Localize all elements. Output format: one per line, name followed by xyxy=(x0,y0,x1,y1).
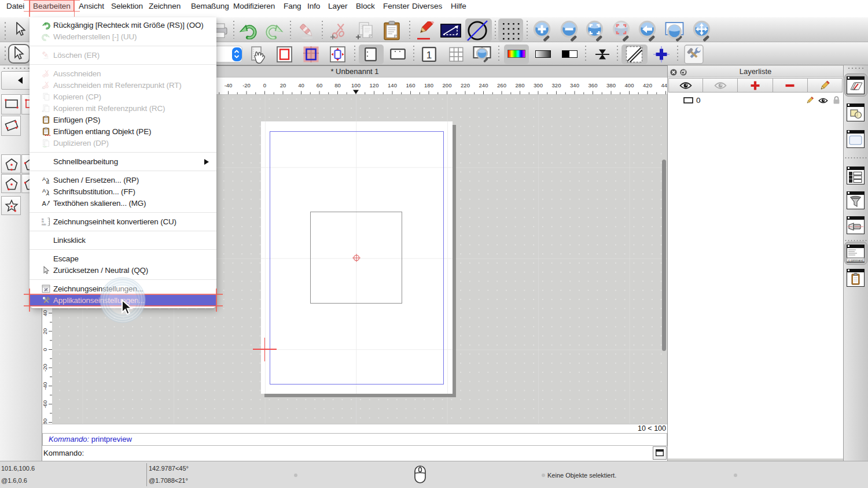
svg-text:120: 120 xyxy=(370,82,379,88)
svg-text:260: 260 xyxy=(497,82,506,88)
svg-text:B: B xyxy=(46,180,49,184)
svg-text:300: 300 xyxy=(534,82,543,88)
svg-text:-40: -40 xyxy=(42,382,48,390)
svg-text:80: 80 xyxy=(334,82,341,88)
svg-text:340: 340 xyxy=(570,82,579,88)
svg-text:1: 1 xyxy=(426,49,432,60)
svg-text:-80: -80 xyxy=(42,418,48,424)
svg-text:100: 100 xyxy=(351,82,361,88)
svg-text:220: 220 xyxy=(461,82,470,88)
svg-text:320: 320 xyxy=(552,82,561,88)
svg-text:-40: -40 xyxy=(225,82,233,88)
svg-text:160: 160 xyxy=(406,82,415,88)
svg-text:A: A xyxy=(42,200,46,207)
svg-text:420: 420 xyxy=(643,82,652,88)
svg-text:200: 200 xyxy=(443,82,452,88)
svg-text:360: 360 xyxy=(589,82,598,88)
svg-text:280: 280 xyxy=(516,82,525,88)
svg-text:0: 0 xyxy=(42,347,48,350)
svg-text:20: 20 xyxy=(280,82,286,88)
svg-text:A: A xyxy=(45,191,49,196)
svg-text:400: 400 xyxy=(625,82,634,88)
svg-text:140: 140 xyxy=(388,82,397,88)
svg-text:-20: -20 xyxy=(42,364,48,372)
svg-text:40: 40 xyxy=(42,310,48,316)
svg-text:0: 0 xyxy=(263,82,266,88)
svg-text:380: 380 xyxy=(606,82,616,88)
svg-text:40: 40 xyxy=(298,82,304,88)
svg-text:180: 180 xyxy=(424,82,433,88)
svg-text:60: 60 xyxy=(317,82,323,88)
svg-text:20: 20 xyxy=(42,328,48,334)
svg-text:240: 240 xyxy=(479,82,488,88)
svg-text:c command: c command xyxy=(848,258,863,262)
svg-text:mm: mm xyxy=(42,223,46,226)
svg-text:440: 440 xyxy=(661,82,667,88)
svg-text:-20: -20 xyxy=(242,82,251,88)
svg-text:-60: -60 xyxy=(42,400,48,408)
